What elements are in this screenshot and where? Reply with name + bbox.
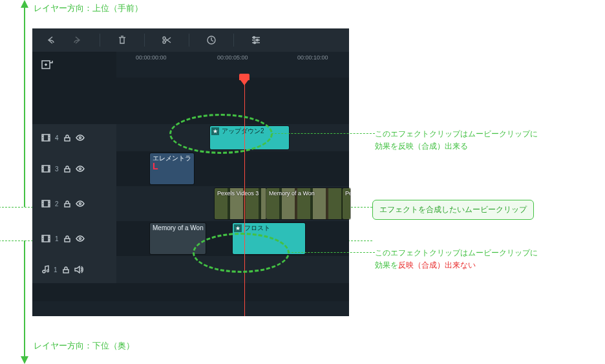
time-ruler-row: 00:00:00:00 00:00:05:00 00:00:10:00: [32, 52, 349, 78]
callout-text: 効果を: [375, 261, 398, 270]
lock-icon[interactable]: [63, 200, 71, 208]
svg-point-1: [163, 41, 165, 43]
leader-line-1: [271, 133, 375, 134]
clip-video-2[interactable]: Memory of a Won: [266, 188, 343, 219]
track-id: 1: [55, 235, 59, 242]
undo-icon[interactable]: [45, 35, 56, 45]
eye-icon[interactable]: [76, 200, 85, 207]
svg-point-0: [163, 37, 165, 39]
scissors-icon[interactable]: [162, 35, 172, 45]
clip-label: Memory of a Won: [153, 224, 204, 231]
clip-title-element[interactable]: エレメントラ L: [150, 153, 194, 184]
timeline-toolbar: [32, 28, 349, 52]
callout-text: このエフェクトクリップはムービークリップに: [375, 248, 538, 257]
separator: [144, 34, 145, 47]
svg-rect-8: [65, 138, 70, 141]
playhead-handle[interactable]: [239, 74, 249, 80]
clip-mark: L: [153, 161, 158, 171]
svg-point-4: [257, 39, 259, 41]
track-v4: 4 ★ アップダウン2: [32, 124, 349, 151]
clip-label: Pexels Videos 3: [217, 189, 259, 197]
svg-rect-14: [65, 204, 70, 207]
playhead-handle-tip: [240, 80, 248, 85]
leader-line-3: [288, 252, 375, 253]
svg-point-18: [79, 238, 81, 240]
track-spacer: [32, 78, 349, 124]
track-pad: [32, 283, 349, 301]
lock-icon[interactable]: [63, 165, 71, 173]
lock-icon[interactable]: [63, 134, 71, 142]
track-v2: 2 Pexels Videos 3 Memory of a Won Pe: [32, 186, 349, 221]
track-body-a1[interactable]: [116, 256, 349, 283]
eye-icon[interactable]: [76, 235, 85, 242]
track-id: 3: [55, 166, 59, 173]
track-id: 4: [55, 134, 59, 142]
svg-point-9: [79, 137, 81, 139]
track-header-a1: 1: [32, 256, 116, 283]
svg-point-5: [254, 42, 256, 44]
track-header-v1: 1: [32, 221, 116, 256]
add-media-button[interactable]: [32, 52, 116, 78]
svg-point-3: [253, 37, 255, 39]
eye-icon[interactable]: [76, 134, 85, 141]
clip-effect-frost[interactable]: ★ フロスト: [233, 223, 305, 254]
track-v3: 3 エレメントラ L: [32, 151, 349, 186]
clip-video-1[interactable]: Pexels Videos 3: [215, 188, 266, 219]
separator: [233, 34, 234, 47]
clip-label: アップダウン2: [222, 127, 264, 134]
playhead-line[interactable]: [244, 80, 245, 316]
track-body-v2[interactable]: Pexels Videos 3 Memory of a Won Pe: [116, 186, 349, 221]
callout-lower-effect: このエフェクトクリップはムービークリップに 効果を反映（合成）出来ない: [375, 247, 538, 272]
clip-label: Pe: [345, 189, 350, 197]
eye-icon[interactable]: [76, 166, 85, 172]
svg-rect-11: [65, 169, 70, 172]
lock-icon[interactable]: [62, 266, 70, 273]
track-header-v3: 3: [32, 151, 116, 186]
separator: [100, 34, 100, 47]
time-label: 00:00:00:00: [136, 54, 167, 61]
layer-axis-upper: [24, 6, 25, 207]
timeline-panel: 00:00:00:00 00:00:05:00 00:00:10:00 4 ★ …: [32, 28, 349, 316]
star-icon: ★: [234, 224, 242, 232]
track-body-v4[interactable]: ★ アップダウン2: [116, 124, 349, 151]
sliders-icon[interactable]: [251, 35, 261, 45]
time-label: 00:00:05:00: [217, 54, 248, 61]
layer-axis-lower: [24, 241, 25, 358]
track-body-v3[interactable]: エレメントラ L: [116, 151, 349, 186]
time-label: 00:00:10:00: [297, 54, 328, 61]
callout-target-movie: エフェクトを合成したいムービークリップ: [372, 200, 534, 220]
track-body-v1[interactable]: Memory of a Won ★ フロスト: [116, 221, 349, 256]
clip-label: Memory of a Won: [269, 189, 315, 197]
clip-lower-video[interactable]: Memory of a Won: [150, 223, 206, 254]
star-icon: ★: [211, 127, 219, 135]
speaker-icon[interactable]: [74, 266, 83, 273]
callout-text-red: 反映（合成）出来ない: [398, 261, 476, 270]
time-ruler[interactable]: 00:00:00:00 00:00:05:00 00:00:10:00: [116, 52, 349, 78]
svg-rect-20: [63, 270, 69, 273]
clip-effect-updown[interactable]: ★ アップダウン2: [210, 126, 289, 149]
clock-icon[interactable]: [206, 35, 217, 45]
track-id: 1: [54, 266, 58, 273]
film-icon: [41, 200, 50, 208]
track-a1: 1: [32, 256, 349, 283]
track-header-v4: 4: [32, 124, 116, 151]
film-icon: [41, 134, 50, 142]
music-icon: [41, 265, 49, 274]
svg-point-12: [79, 168, 81, 170]
callout-text: エフェクトを合成したいムービークリップ: [379, 205, 527, 214]
trash-icon[interactable]: [117, 35, 127, 45]
callout-text: 効果を反映（合成）出来る: [375, 142, 468, 151]
track-id: 2: [55, 200, 59, 208]
film-icon: [41, 165, 50, 173]
separator: [189, 34, 189, 47]
callout-upper-effect: このエフェクトクリップはムービークリップに 効果を反映（合成）出来る: [375, 128, 538, 153]
redo-icon[interactable]: [72, 35, 83, 45]
lock-icon[interactable]: [63, 235, 71, 242]
track-v1: 1 Memory of a Won ★ フロスト: [32, 221, 349, 256]
arrow-down-icon: [21, 356, 28, 364]
track-header-v2: 2: [32, 186, 116, 221]
svg-point-19: [47, 270, 48, 272]
clip-video-3[interactable]: Pe: [343, 188, 350, 219]
label-layer-upper: レイヤー方向：上位（手前）: [34, 3, 143, 14]
svg-rect-17: [65, 239, 70, 242]
